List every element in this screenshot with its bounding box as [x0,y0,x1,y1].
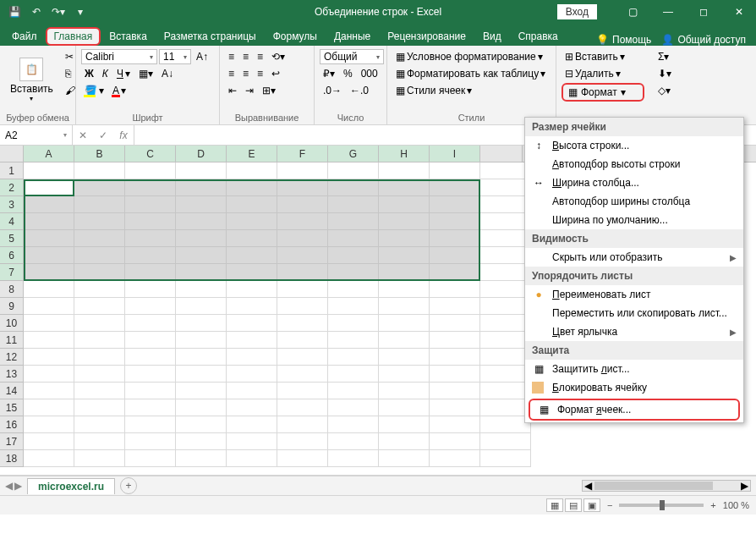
cell[interactable] [176,230,227,247]
row-header[interactable]: 7 [0,264,24,281]
delete-cells-button[interactable]: ⊟Удалить▾ [562,66,644,81]
decrease-decimal-icon[interactable]: ←.0 [347,83,372,98]
column-header[interactable]: E [227,146,277,162]
cell[interactable] [480,196,531,213]
cell[interactable] [74,298,125,315]
cell[interactable] [24,366,74,383]
cell[interactable] [24,298,74,315]
cell[interactable] [277,179,328,196]
cell[interactable] [176,298,227,315]
format-cells-button[interactable]: ▦Формат▾ [562,83,644,102]
cell[interactable] [227,399,277,416]
dd-hide-unhide[interactable]: Скрыть или отобразить▶ [525,248,743,267]
cell[interactable] [277,450,328,467]
paste-button[interactable]: 📋 Вставить ▾ [5,49,58,111]
cell[interactable] [125,349,176,366]
number-format-combo[interactable]: Общий▾ [320,49,384,64]
cell[interactable] [480,349,531,366]
cell[interactable] [430,247,480,264]
cell[interactable] [227,433,277,450]
add-sheet-button[interactable]: + [120,477,137,494]
cell[interactable] [379,349,430,366]
zoom-in-icon[interactable]: + [710,500,715,510]
cell[interactable] [24,196,74,213]
cell[interactable] [74,450,125,467]
cell[interactable] [328,332,379,349]
cell[interactable] [74,230,125,247]
cell[interactable] [328,366,379,383]
dd-autofit-col[interactable]: Автоподбор ширины столбца [525,192,743,211]
cell[interactable] [277,230,328,247]
cell[interactable] [430,349,480,366]
cell[interactable] [227,349,277,366]
cell[interactable] [430,399,480,416]
column-header[interactable]: D [176,146,227,162]
cell[interactable] [277,349,328,366]
tab-review[interactable]: Рецензирование [379,27,474,46]
cell[interactable] [480,264,531,281]
cell[interactable] [227,213,277,230]
cell[interactable] [24,162,74,179]
percent-icon[interactable]: % [340,66,356,81]
cell[interactable] [125,298,176,315]
cell[interactable] [227,332,277,349]
underline-button[interactable]: Ч▾ [113,66,134,81]
cancel-icon[interactable]: ✕ [73,129,93,141]
cell[interactable] [125,433,176,450]
horizontal-scrollbar[interactable]: ◀▶ [582,480,751,492]
cell[interactable] [176,399,227,416]
increase-decimal-icon[interactable]: .0→ [320,83,345,98]
select-all-corner[interactable] [0,146,24,162]
font-color-icon[interactable]: A▾ [109,83,129,98]
cell[interactable] [74,315,125,332]
cell[interactable] [480,213,531,230]
cell[interactable] [430,315,480,332]
cell[interactable] [125,213,176,230]
decrease-font-icon[interactable]: A↓ [158,66,177,81]
cell[interactable] [328,179,379,196]
font-size-combo[interactable]: 11▾ [159,49,191,64]
dd-default-width[interactable]: Ширина по умолчанию... [525,211,743,229]
cell[interactable] [430,213,480,230]
cell[interactable] [480,298,531,315]
cell[interactable] [24,399,74,416]
cell[interactable] [176,281,227,298]
row-header[interactable]: 15 [0,399,24,416]
cell[interactable] [480,366,531,383]
row-header[interactable]: 12 [0,349,24,366]
cell[interactable] [24,247,74,264]
cell[interactable] [74,162,125,179]
minimize-icon[interactable]: — [651,0,685,24]
sheet-nav[interactable]: ◀▶ [5,480,22,492]
cell[interactable] [379,332,430,349]
cell[interactable] [277,416,328,433]
cell[interactable] [328,264,379,281]
view-layout-icon[interactable]: ▤ [565,498,582,512]
tab-help[interactable]: Справка [510,27,567,46]
cell[interactable] [480,433,531,450]
increase-indent-icon[interactable]: ⇥ [242,83,257,98]
row-header[interactable]: 4 [0,213,24,230]
cell[interactable] [24,315,74,332]
cell[interactable] [379,196,430,213]
tab-data[interactable]: Данные [326,27,379,46]
cell[interactable] [125,179,176,196]
cell[interactable] [430,162,480,179]
cell[interactable] [277,383,328,399]
fill-color-icon[interactable]: 🪣▾ [81,83,107,98]
cell[interactable] [480,162,531,179]
cell[interactable] [227,162,277,179]
row-header[interactable]: 8 [0,281,24,298]
cell-styles-button[interactable]: ▦Стили ячеек▾ [392,83,551,98]
cell[interactable] [379,383,430,399]
cell[interactable] [328,196,379,213]
column-header[interactable]: A [24,146,74,162]
cell[interactable] [430,366,480,383]
cell[interactable] [74,416,125,433]
cell[interactable] [24,450,74,467]
cell[interactable] [74,366,125,383]
cell[interactable] [176,264,227,281]
orientation-icon[interactable]: ⟲▾ [268,49,288,64]
cell[interactable] [74,332,125,349]
cell[interactable] [430,281,480,298]
